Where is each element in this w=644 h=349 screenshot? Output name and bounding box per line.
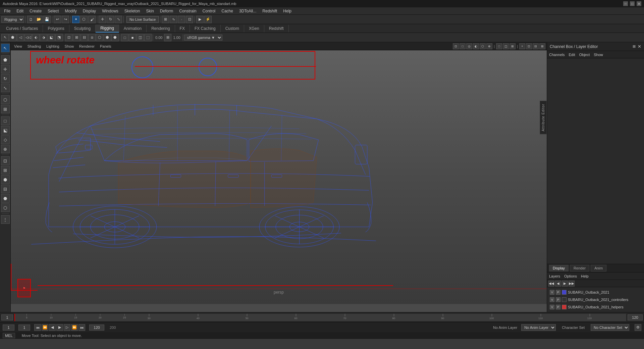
vp-cam-btn7[interactable]: □ [496, 43, 502, 49]
tab-fx[interactable]: FX [175, 25, 190, 32]
paint-tool-btn[interactable]: ⬟ [1, 55, 10, 64]
tb2-cam3[interactable]: ◫ [137, 34, 144, 41]
lp-misc1[interactable]: ⊡ [1, 156, 10, 165]
le-layers-menu[interactable]: Layers [549, 274, 560, 278]
pb-play-btn[interactable]: ▶ [56, 324, 63, 331]
tb2-display5[interactable]: ⬡ [96, 34, 103, 41]
menu-display[interactable]: Display [80, 8, 99, 14]
tab-fx-caching[interactable]: FX Caching [190, 25, 221, 32]
menu-cache[interactable]: Cache [219, 8, 236, 14]
tab-xgen[interactable]: XGen [244, 25, 264, 32]
vp-cam-btn9[interactable]: ⊞ [509, 43, 516, 49]
menu-create[interactable]: Create [27, 8, 44, 14]
vp-cam-btn13[interactable]: ⊞ [539, 43, 545, 49]
new-btn[interactable]: 🗋 [27, 16, 35, 23]
tb2-display3[interactable]: ⊟ [80, 34, 88, 41]
tb2-btn6[interactable]: ⬗ [40, 34, 47, 41]
pb-next-key-btn[interactable]: ▷ [64, 324, 70, 331]
mel-indicator[interactable]: MEL [3, 333, 15, 338]
menu-windows[interactable]: Windows [99, 8, 121, 14]
anim-layer-dropdown[interactable]: No Anim Layer [521, 324, 556, 331]
layer-row-3[interactable]: V P SUBARU_Outback_2021_helpers [548, 303, 643, 311]
layer-row-1[interactable]: V P SUBARU_Outback_2021 [548, 289, 643, 296]
tb2-btn4[interactable]: ◁◁ [24, 34, 32, 41]
obj-btn4[interactable]: ⊕ [1, 145, 10, 153]
menu-help[interactable]: Help [280, 8, 294, 14]
pb-step-back-btn[interactable]: ⏪ [42, 324, 48, 331]
le-tab-render[interactable]: Render [570, 265, 589, 271]
vp-cam-btn11[interactable]: ⊡ [526, 43, 532, 49]
close-btn[interactable]: ✕ [637, 1, 641, 6]
layer3-v[interactable]: V [550, 305, 554, 309]
menu-edit[interactable]: Edit [14, 8, 26, 14]
shading-menu[interactable]: Shading [25, 44, 43, 49]
move-tool-btn[interactable]: ✛ [1, 65, 10, 73]
obj-btn3[interactable]: ◇ [1, 135, 10, 144]
lp-misc5[interactable]: ⬣ [1, 194, 10, 203]
vp-cam-btn8[interactable]: ◫ [503, 43, 509, 49]
tb2-display4[interactable]: ⧈ [88, 34, 96, 41]
char-set-dropdown[interactable]: No Character Set [591, 324, 629, 331]
tab-redshift[interactable]: Redshift [264, 25, 289, 32]
rotate-tool-btn[interactable]: ↻ [1, 74, 10, 83]
lighting-menu[interactable]: Lighting [44, 44, 61, 49]
lasso-tool-btn[interactable]: ⬡ [1, 95, 10, 104]
tb2-btn3[interactable]: ◁ [17, 34, 24, 41]
tb2-btn1[interactable]: ↖ [1, 34, 9, 41]
show-menu[interactable]: Show [63, 44, 76, 49]
menu-constrain[interactable]: Constrain [176, 8, 199, 14]
timeline-ruler[interactable]: 5 10 15 20 25 30 40 50 60 70 80 90 100 1… [14, 314, 626, 321]
menu-skin[interactable]: Skin [144, 8, 157, 14]
redo-btn[interactable]: ↪ [62, 16, 69, 23]
layer2-p[interactable]: P [556, 297, 560, 302]
save-btn[interactable]: 💾 [43, 16, 51, 23]
timeline-playhead[interactable] [14, 314, 15, 321]
current-frame-input[interactable] [3, 325, 14, 331]
view-menu[interactable]: View [12, 44, 24, 49]
rotate-btn[interactable]: ↻ [107, 16, 114, 23]
le-options-menu[interactable]: Options [564, 274, 577, 278]
vp-content[interactable]: wheel rotate [11, 50, 547, 304]
lp-misc3[interactable]: ⬢ [1, 175, 10, 184]
minimize-btn[interactable]: ─ [623, 1, 628, 6]
vp-cam-btn1[interactable]: ⊡ [453, 43, 459, 49]
vp-cam-btn3[interactable]: ◎ [466, 43, 472, 49]
pb-go-end-btn[interactable]: ⏭ [78, 324, 85, 331]
lc-forward-btn[interactable]: ▶ [562, 281, 568, 287]
tab-custom[interactable]: Custom [221, 25, 244, 32]
scale-tool-btn[interactable]: ⤡ [1, 84, 10, 92]
timeline-start-input[interactable] [1, 314, 13, 320]
layer2-v[interactable]: V [550, 297, 554, 302]
tb2-display1[interactable]: ⊡ [65, 34, 72, 41]
paint-sel-btn[interactable]: 🖌 [88, 16, 96, 23]
tab-sculpting[interactable]: Sculpting [69, 25, 96, 32]
le-help-menu[interactable]: Help [581, 274, 589, 278]
layer1-p[interactable]: P [556, 290, 560, 295]
vp-cam-btn12[interactable]: ⊟ [533, 43, 539, 49]
layer3-p[interactable]: P [556, 305, 560, 309]
menu-3dtoall[interactable]: 3DToAll... [236, 8, 259, 14]
range-end-frame[interactable] [89, 325, 104, 331]
lc-back-btn[interactable]: ◀ [555, 281, 561, 287]
tb2-btn7[interactable]: ⬕ [48, 34, 55, 41]
tb2-val-btn[interactable]: ⊞ [164, 34, 171, 41]
select-tool-btn[interactable]: ↖ [1, 44, 10, 52]
menu-skeleton[interactable]: Skeleton [122, 8, 143, 14]
attribute-editor-tab[interactable]: Attribute Editor [540, 101, 547, 134]
tb2-cam2[interactable]: ■ [129, 34, 136, 41]
menu-file[interactable]: File [1, 8, 13, 14]
tab-rendering[interactable]: Rendering [147, 25, 175, 32]
le-tab-anim[interactable]: Anim [591, 265, 606, 271]
render-btn[interactable]: ▶ [196, 16, 204, 23]
tb2-display2[interactable]: ⊞ [73, 34, 80, 41]
cb-edit-tab[interactable]: Edit [569, 53, 575, 57]
le-tab-display[interactable]: Display [549, 265, 569, 271]
menu-deform[interactable]: Deform [157, 8, 176, 14]
snap-point-btn[interactable]: · [178, 16, 185, 23]
cb-channels-tab[interactable]: Channels [549, 53, 565, 57]
lp-misc2[interactable]: ⊞ [1, 166, 10, 174]
tb2-btn5[interactable]: ⬖ [32, 34, 40, 41]
tb2-display6[interactable]: ⬢ [104, 34, 111, 41]
lp-misc6[interactable]: ⬡ [1, 203, 10, 212]
ipr-btn[interactable]: ⚡ [204, 16, 212, 23]
